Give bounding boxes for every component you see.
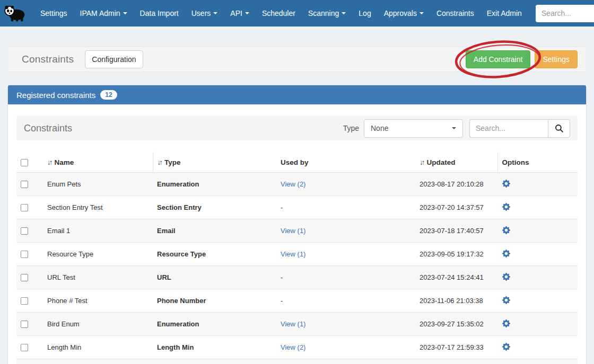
table-row: URL Test URL - 2023-07-24 15:24:41 [16, 265, 578, 289]
table-row: Phone # Test Phone Number - 2023-11-06 2… [16, 289, 578, 312]
search-icon [555, 124, 564, 133]
nav-item-settings[interactable]: Settings [34, 1, 74, 25]
column-header-name[interactable]: Name [55, 158, 74, 166]
options-gear-icon[interactable] [502, 296, 511, 305]
type-filter-label: Type [343, 124, 359, 132]
registered-constraints-panel: Registered constraints 12 Constraints Ty… [7, 85, 587, 364]
add-constraint-button[interactable]: Add Constraint [466, 50, 531, 68]
row-checkbox[interactable] [21, 251, 28, 258]
table-row: Length Min Length Min View (2) 2023-07-1… [16, 335, 578, 359]
updated-cell: 2023-09-27 15:35:02 [415, 312, 497, 335]
table-search-input[interactable] [469, 119, 548, 138]
navbar-search-input[interactable] [536, 5, 594, 22]
updated-cell: 2023-11-06 21:03:38 [415, 289, 497, 312]
chevron-down-icon [245, 12, 249, 14]
chevron-down-icon [213, 12, 217, 14]
type-cell: Phone Number [153, 289, 276, 312]
options-gear-icon[interactable] [502, 202, 511, 211]
table-row: Bird Enum Enumeration View (1) 2023-09-2… [16, 312, 578, 335]
table-body: Enum Pets Enumeration View (2) 2023-08-1… [16, 172, 578, 364]
options-gear-icon[interactable] [502, 272, 511, 281]
panel-heading: Registered constraints 12 [8, 85, 586, 104]
row-checkbox[interactable] [21, 344, 28, 351]
table-search-button[interactable] [548, 119, 570, 138]
nav-item-data-import[interactable]: Data Import [134, 1, 185, 25]
type-cell: Email [153, 219, 276, 242]
row-checkbox[interactable] [21, 181, 28, 188]
column-header-options: Options [502, 158, 529, 166]
table-header-row: ↓↑Name ↓↑Type Used by ↓↑Updated Options [16, 152, 578, 172]
used-by-cell-text[interactable]: View (1) [281, 227, 305, 235]
row-checkbox[interactable] [21, 274, 28, 281]
panda-logo-icon [3, 4, 27, 22]
options-gear-icon[interactable] [502, 319, 511, 328]
sort-icon[interactable]: ↓↑ [47, 158, 51, 166]
type-filter-value: None [371, 124, 388, 132]
updated-cell: 2023-07-24 15:24:41 [415, 265, 497, 289]
nav-item-scheduler[interactable]: Scheduler [256, 1, 302, 25]
type-cell: Resource Type [153, 242, 276, 265]
name-cell: Section Entry Test [43, 196, 153, 219]
table-row: Section Entry Test Section Entry - 2023-… [16, 196, 578, 219]
constraints-table: ↓↑Name ↓↑Type Used by ↓↑Updated Options … [16, 152, 578, 364]
table-row: Length Max Length Max View (3) 2023-06-3… [16, 359, 578, 364]
chevron-down-icon [420, 12, 424, 14]
nav-item-approvals[interactable]: Approvals [378, 1, 430, 25]
chevron-down-icon [123, 12, 127, 14]
panel-body: Constraints Type None [8, 104, 586, 364]
type-cell: URL [153, 265, 276, 289]
type-cell: Length Min [153, 335, 276, 359]
toolbar-controls: Type None [343, 119, 570, 138]
used-by-cell-text[interactable]: View (1) [281, 320, 305, 328]
header-actions: Add Constraint Settings [466, 50, 578, 68]
name-cell: Length Max [43, 359, 153, 364]
name-cell: Length Min [43, 335, 153, 359]
used-by-cell-text[interactable]: View (1) [281, 250, 305, 258]
options-gear-icon[interactable] [502, 179, 511, 188]
column-header-updated[interactable]: Updated [427, 158, 456, 166]
nav-item-scanning[interactable]: Scanning [302, 1, 352, 25]
used-by-cell-text: - [281, 297, 283, 305]
name-cell: Resource Type [43, 242, 153, 265]
table-row: Resource Type Resource Type View (1) 202… [16, 242, 578, 265]
nav-item-log[interactable]: Log [352, 1, 377, 25]
row-checkbox[interactable] [21, 321, 28, 328]
row-checkbox[interactable] [21, 297, 28, 305]
toolbar-title: Constraints [24, 123, 72, 134]
used-by-cell-text[interactable]: View (2) [281, 180, 305, 188]
nav-item-ipam-admin[interactable]: IPAM Admin [74, 1, 134, 25]
column-header-type[interactable]: Type [164, 158, 181, 166]
options-gear-icon[interactable] [502, 249, 511, 258]
sort-icon[interactable]: ↓↑ [158, 158, 162, 166]
select-all-checkbox[interactable] [21, 159, 28, 166]
row-checkbox[interactable] [21, 227, 28, 235]
used-by-cell-text[interactable]: View (2) [281, 343, 305, 351]
panel-title: Registered constraints [16, 91, 95, 100]
column-header-used-by: Used by [281, 158, 309, 166]
panda-logo[interactable] [3, 3, 27, 24]
updated-cell: 2023-07-20 14:37:57 [415, 196, 497, 219]
nav-item-users[interactable]: Users [185, 1, 224, 25]
nav-item-constraints[interactable]: Constraints [430, 1, 481, 25]
configuration-button[interactable]: Configuration [85, 50, 143, 68]
table-toolbar: Constraints Type None [16, 116, 578, 140]
nav-item-api[interactable]: API [224, 1, 256, 25]
chevron-down-icon [452, 127, 456, 129]
settings-button[interactable]: Settings [535, 50, 578, 68]
type-cell: Enumeration [153, 312, 276, 335]
updated-cell: 2023-08-17 20:10:28 [415, 172, 497, 196]
row-checkbox[interactable] [21, 204, 28, 211]
type-cell: Enumeration [153, 172, 276, 196]
name-cell: Email 1 [43, 219, 153, 242]
page-title: Constraints [22, 54, 74, 65]
sort-icon[interactable]: ↓↑ [420, 158, 424, 166]
type-filter-select[interactable]: None [364, 119, 463, 138]
options-gear-icon[interactable] [502, 342, 511, 351]
nav-item-exit-admin[interactable]: Exit Admin [481, 1, 528, 25]
options-gear-icon[interactable] [502, 226, 511, 235]
name-cell: Phone # Test [43, 289, 153, 312]
table-row: Enum Pets Enumeration View (2) 2023-08-1… [16, 172, 578, 196]
name-cell: Bird Enum [43, 312, 153, 335]
updated-cell: 2023-07-18 17:40:57 [415, 219, 497, 242]
table-search [469, 119, 570, 138]
